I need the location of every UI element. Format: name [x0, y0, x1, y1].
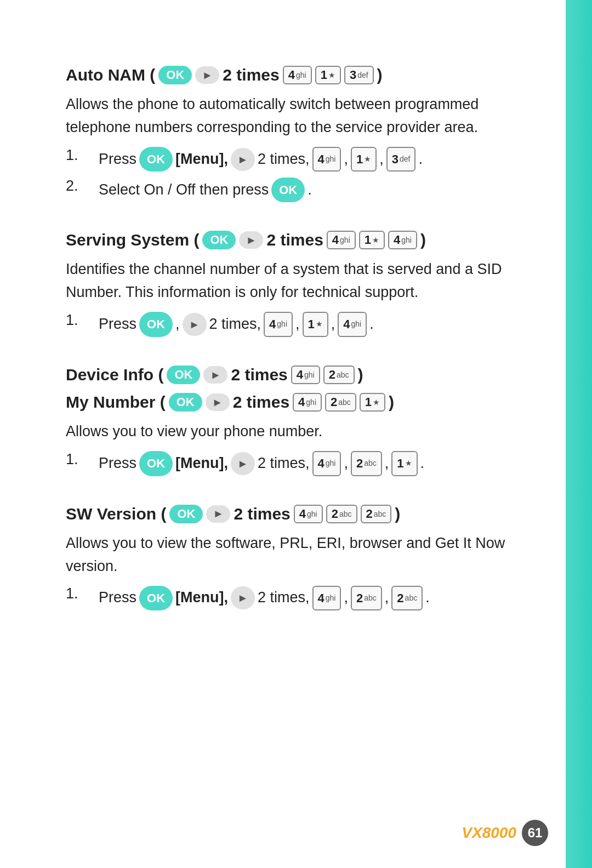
device-info-close-paren: ) [358, 366, 363, 384]
step-key3: 2abc [391, 586, 423, 610]
device-info-key2: 2abc [323, 366, 355, 384]
serving-key3: 4ghi [388, 231, 417, 249]
press-label: Press [99, 585, 136, 610]
step-key3: 3def [386, 147, 416, 172]
sw-version-body: Allows you to view the software, PRL, ER… [66, 532, 522, 578]
step-nav-btn: ► [183, 313, 207, 336]
period: . [418, 147, 423, 172]
step-ok-btn: OK [139, 586, 173, 610]
step-key2: 1★ [351, 147, 377, 172]
two-times: 2 times, [258, 585, 310, 610]
my-number-key3: 1★ [360, 393, 385, 412]
device-info-heading: Device Info ( OK ► 2 times 4ghi 2abc ) [66, 366, 522, 384]
step-ok-btn: OK [139, 147, 173, 172]
sw-version-key2: 2abc [326, 505, 357, 523]
auto-nam-close-paren: ) [377, 66, 383, 84]
step-key1: 4ghi [312, 147, 341, 172]
step-key2: 2abc [351, 586, 382, 610]
section-sw-version: SW Version ( OK ► 2 times 4ghi 2abc 2abc… [66, 505, 522, 611]
press-label: Press [99, 312, 136, 337]
step-item: 1. Press OK , ► 2 times, 4ghi , 1★ , 4gh… [66, 312, 522, 337]
serving-system-times: 2 times [266, 231, 323, 249]
page-footer: VX8000 61 [462, 820, 548, 846]
serving-system-ok-icon: OK [202, 231, 236, 249]
two-times: 2 times, [209, 312, 261, 337]
sw-version-key1: 4ghi [294, 505, 323, 523]
period: . [420, 451, 425, 476]
device-info-times: 2 times [231, 366, 287, 384]
step-key1: 4ghi [264, 312, 293, 336]
step-key3: 4ghi [338, 312, 367, 336]
auto-nam-body: Allows the phone to automatically switch… [66, 93, 522, 139]
step-ok-btn: OK [139, 451, 173, 476]
menu-label: [Menu], [175, 147, 228, 172]
auto-nam-key3: 3def [344, 66, 374, 84]
my-number-heading: My Number ( OK ► 2 times 4ghi 2abc 1★ ) [66, 393, 522, 412]
step-nav-btn: ► [231, 586, 255, 609]
section-auto-nam: Auto NAM ( OK ► 2 times 4ghi 1★ 3def ) A… [66, 66, 522, 202]
step-item: 1. Press OK [Menu], ► 2 times, 4ghi , 1★… [66, 147, 522, 172]
section-device-info: Device Info ( OK ► 2 times 4ghi 2abc ) [66, 366, 522, 384]
step-content: Select On / Off then press OK . [99, 178, 312, 203]
step-content: Press OK [Menu], ► 2 times, 4ghi , 1★ , … [99, 147, 423, 172]
select-text: Select On / Off then press [99, 178, 269, 203]
serving-system-steps: 1. Press OK , ► 2 times, 4ghi , 1★ , 4gh… [66, 312, 522, 337]
step-key2: 1★ [303, 312, 328, 336]
device-info-ok-icon: OK [167, 366, 200, 384]
my-number-steps: 1. Press OK [Menu], ► 2 times, 4ghi , 2a… [66, 451, 522, 476]
my-number-body: Allows you to view your phone number. [66, 420, 522, 443]
auto-nam-key2: 1★ [315, 66, 341, 84]
serving-key1: 4ghi [327, 231, 356, 249]
serving-close-paren: ) [420, 231, 426, 249]
sw-version-nav-icon: ► [206, 505, 230, 523]
auto-nam-nav-icon: ► [195, 66, 219, 84]
step-item: 1. Press OK [Menu], ► 2 times, 4ghi , 2a… [66, 451, 522, 476]
my-number-nav-icon: ► [206, 393, 230, 411]
step-key3: 1★ [391, 451, 417, 476]
step-nav-btn: ► [231, 148, 255, 171]
period: . [425, 585, 430, 610]
device-info-title: Device Info ( [66, 366, 163, 384]
serving-system-nav-icon: ► [239, 231, 263, 249]
page-number: 61 [522, 820, 548, 846]
model-name: VX8000 [462, 824, 516, 842]
my-number-times: 2 times [233, 393, 289, 412]
right-accent [566, 0, 592, 868]
sw-version-heading: SW Version ( OK ► 2 times 4ghi 2abc 2abc… [66, 505, 522, 523]
step-content: Press OK , ► 2 times, 4ghi , 1★ , 4ghi . [99, 312, 374, 337]
my-number-ok-icon: OK [169, 393, 202, 412]
period2: . [308, 178, 312, 203]
step-num: 1. [66, 312, 99, 329]
my-number-key2: 2abc [325, 393, 356, 412]
step-item: 1. Press OK [Menu], ► 2 times, 4ghi , 2a… [66, 585, 522, 610]
page-content: Auto NAM ( OK ► 2 times 4ghi 1★ 3def ) A… [0, 0, 566, 868]
auto-nam-title: Auto NAM ( [66, 66, 155, 84]
sw-version-close-paren: ) [395, 505, 400, 523]
step-item: 2. Select On / Off then press OK . [66, 178, 522, 203]
step-num: 2. [66, 178, 99, 195]
comma1: , [344, 451, 348, 476]
auto-nam-heading: Auto NAM ( OK ► 2 times 4ghi 1★ 3def ) [66, 66, 522, 84]
comma1: , [295, 312, 300, 337]
serving-key2: 1★ [359, 231, 385, 249]
comma1: , [344, 585, 348, 610]
auto-nam-steps: 1. Press OK [Menu], ► 2 times, 4ghi , 1★… [66, 147, 522, 203]
comma2: , [331, 312, 335, 337]
sw-version-key3: 2abc [361, 505, 392, 523]
sw-version-times: 2 times [234, 505, 290, 523]
period: . [369, 312, 374, 337]
sw-version-title: SW Version ( [66, 505, 166, 523]
comma2: , [379, 147, 384, 172]
two-times: 2 times, [258, 147, 310, 172]
auto-nam-times: 2 times [223, 66, 279, 84]
section-my-number: My Number ( OK ► 2 times 4ghi 2abc 1★ ) … [66, 393, 522, 476]
press-label: Press [99, 147, 136, 172]
step-nav-btn: ► [231, 452, 255, 475]
step-key1: 4ghi [312, 586, 341, 610]
comma1: , [344, 147, 348, 172]
auto-nam-key1: 4ghi [283, 66, 312, 84]
my-number-title: My Number ( [66, 393, 166, 412]
sw-version-ok-icon: OK [169, 505, 203, 523]
device-info-key1: 4ghi [291, 366, 320, 384]
auto-nam-ok-icon: OK [158, 66, 192, 84]
